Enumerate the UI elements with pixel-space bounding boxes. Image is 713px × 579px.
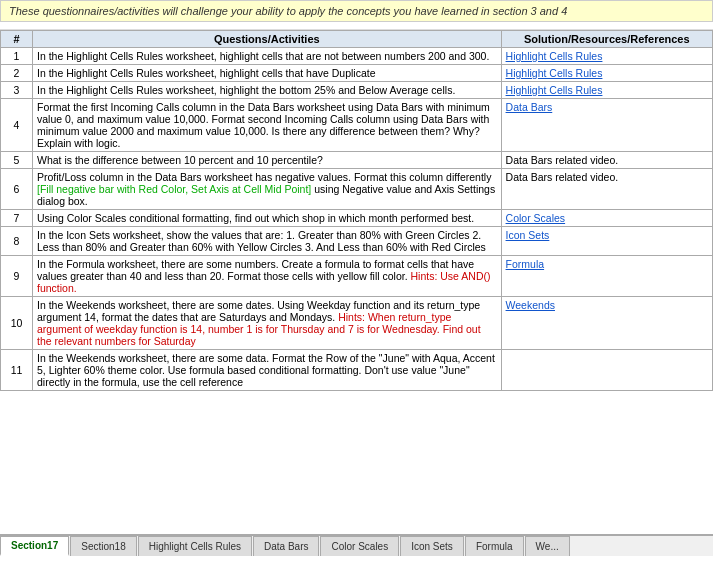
table-row: 9In the Formula worksheet, there are som…: [1, 256, 713, 297]
solution-link[interactable]: Data Bars: [506, 101, 553, 113]
row-solution[interactable]: Highlight Cells Rules: [501, 65, 712, 82]
row-question: Format the first Incoming Calls column i…: [33, 99, 502, 152]
row-number: 4: [1, 99, 33, 152]
row-question: In the Icon Sets worksheet, show the val…: [33, 227, 502, 256]
question-text-part: [Fill negative bar with Red Color, Set A…: [37, 183, 311, 195]
row-question: In the Highlight Cells Rules worksheet, …: [33, 65, 502, 82]
tab-section18[interactable]: Section18: [70, 536, 136, 556]
row-number: 2: [1, 65, 33, 82]
col-header-questions: Questions/Activities: [33, 31, 502, 48]
table-row: 2In the Highlight Cells Rules worksheet,…: [1, 65, 713, 82]
tab-icon-sets[interactable]: Icon Sets: [400, 536, 464, 556]
row-number: 1: [1, 48, 33, 65]
solution-link[interactable]: Formula: [506, 258, 545, 270]
spacer-row: [0, 22, 713, 30]
table-header-row: # Questions/Activities Solution/Resource…: [1, 31, 713, 48]
table-row: 4Format the first Incoming Calls column …: [1, 99, 713, 152]
table-container: # Questions/Activities Solution/Resource…: [0, 30, 713, 391]
main-content: These questionnaires/activities will cha…: [0, 0, 713, 556]
tab-formula[interactable]: Formula: [465, 536, 524, 556]
tabs-container: Section17Section18Highlight Cells RulesD…: [0, 534, 713, 556]
row-solution: Data Bars related video.: [501, 169, 712, 210]
table-row: 11In the Weekends worksheet, there are s…: [1, 350, 713, 391]
table-row: 10In the Weekends worksheet, there are s…: [1, 297, 713, 350]
table-row: 6Profit/Loss column in the Data Bars wor…: [1, 169, 713, 210]
banner-text: These questionnaires/activities will cha…: [9, 5, 567, 17]
header-banner: These questionnaires/activities will cha…: [0, 0, 713, 22]
row-question: Profit/Loss column in the Data Bars work…: [33, 169, 502, 210]
row-solution[interactable]: Highlight Cells Rules: [501, 48, 712, 65]
tab-section17[interactable]: Section17: [0, 536, 69, 556]
row-solution[interactable]: Color Scales: [501, 210, 712, 227]
row-solution[interactable]: Weekends: [501, 297, 712, 350]
row-question: In the Highlight Cells Rules worksheet, …: [33, 48, 502, 65]
row-number: 9: [1, 256, 33, 297]
table-row: 3In the Highlight Cells Rules worksheet,…: [1, 82, 713, 99]
solution-link[interactable]: Weekends: [506, 299, 555, 311]
question-text-part: Profit/Loss column in the Data Bars work…: [37, 171, 491, 183]
row-solution: Data Bars related video.: [501, 152, 712, 169]
solution-link[interactable]: Color Scales: [506, 212, 566, 224]
row-solution[interactable]: Icon Sets: [501, 227, 712, 256]
tab-color-scales[interactable]: Color Scales: [320, 536, 399, 556]
row-question: What is the difference between 10 percen…: [33, 152, 502, 169]
row-question: In the Highlight Cells Rules worksheet, …: [33, 82, 502, 99]
col-header-num: #: [1, 31, 33, 48]
table-row: 8In the Icon Sets worksheet, show the va…: [1, 227, 713, 256]
row-question: In the Weekends worksheet, there are som…: [33, 350, 502, 391]
tab-we...[interactable]: We...: [525, 536, 570, 556]
tab-highlight-cells-rules[interactable]: Highlight Cells Rules: [138, 536, 252, 556]
row-number: 5: [1, 152, 33, 169]
solution-link[interactable]: Highlight Cells Rules: [506, 84, 603, 96]
solution-link[interactable]: Highlight Cells Rules: [506, 67, 603, 79]
solution-link[interactable]: Highlight Cells Rules: [506, 50, 603, 62]
row-number: 8: [1, 227, 33, 256]
table-row: 5What is the difference between 10 perce…: [1, 152, 713, 169]
table-row: 7Using Color Scales conditional formatti…: [1, 210, 713, 227]
table-row: 1In the Highlight Cells Rules worksheet,…: [1, 48, 713, 65]
row-number: 10: [1, 297, 33, 350]
row-number: 6: [1, 169, 33, 210]
row-solution[interactable]: Data Bars: [501, 99, 712, 152]
col-header-solution: Solution/Resources/References: [501, 31, 712, 48]
row-question: Using Color Scales conditional formattin…: [33, 210, 502, 227]
row-solution[interactable]: Formula: [501, 256, 712, 297]
row-solution[interactable]: Highlight Cells Rules: [501, 82, 712, 99]
solution-link[interactable]: Icon Sets: [506, 229, 550, 241]
question-text-part: In the Formula worksheet, there are some…: [37, 258, 474, 282]
row-question: In the Weekends worksheet, there are som…: [33, 297, 502, 350]
tab-data-bars[interactable]: Data Bars: [253, 536, 319, 556]
main-table: # Questions/Activities Solution/Resource…: [0, 30, 713, 391]
row-number: 7: [1, 210, 33, 227]
row-solution: [501, 350, 712, 391]
row-number: 11: [1, 350, 33, 391]
row-question: In the Formula worksheet, there are some…: [33, 256, 502, 297]
row-number: 3: [1, 82, 33, 99]
